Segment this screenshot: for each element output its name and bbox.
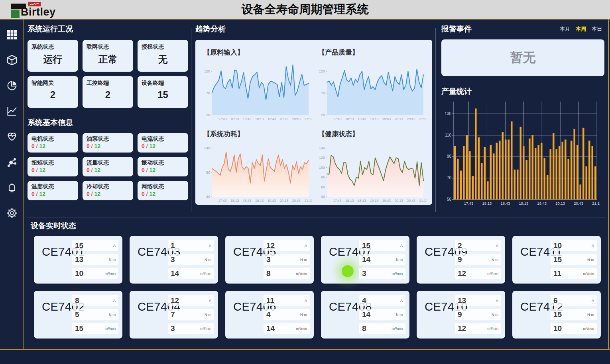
device-reading: 3N·m bbox=[264, 254, 310, 265]
device-reading: 6A bbox=[551, 295, 597, 306]
device-card[interactable]: CE7406 11A4N·m14m³/min bbox=[225, 291, 314, 339]
device-card[interactable]: CE7405 12A3N·m8m³/min bbox=[225, 236, 314, 284]
sidebar-nav bbox=[0, 19, 24, 349]
reading-unit: N·m bbox=[109, 313, 116, 317]
svg-text:18:13: 18:13 bbox=[482, 201, 492, 205]
reading-value: 14 bbox=[362, 255, 370, 264]
status-card: 授权状态 无 bbox=[138, 40, 188, 72]
device-reading: 4N·m bbox=[264, 309, 310, 320]
reading-unit: N·m bbox=[300, 258, 307, 262]
device-reading: 3N·m bbox=[168, 254, 214, 265]
info-card-count: 0 / 12 bbox=[31, 143, 74, 149]
device-card[interactable]: CE7407 15A14N·m3m³/min bbox=[321, 236, 409, 284]
device-card[interactable]: CE7409 2A9N·m12m³/min bbox=[417, 236, 505, 284]
cube-icon[interactable] bbox=[6, 54, 18, 66]
gear-icon[interactable] bbox=[6, 207, 18, 219]
reading-unit: m³/min bbox=[488, 327, 499, 331]
reading-value: 5 bbox=[75, 310, 79, 319]
status-card: 联网状态 正常 bbox=[83, 40, 133, 72]
pie-chart-icon[interactable] bbox=[6, 80, 18, 92]
alarm-tab[interactable]: 本日 bbox=[592, 25, 602, 33]
chart-quality: 【产品质量】 207012017:4318:1318:4319:1319:432… bbox=[316, 45, 428, 124]
device-card[interactable]: CE7404 12A7N·m3m³/min bbox=[130, 291, 218, 339]
svg-text:90: 90 bbox=[447, 154, 452, 159]
svg-text:20:13: 20:13 bbox=[395, 117, 403, 121]
svg-text:19:43: 19:43 bbox=[268, 199, 276, 203]
svg-text:19:13: 19:13 bbox=[255, 199, 264, 203]
reading-unit: A bbox=[496, 244, 498, 248]
reading-unit: m³/min bbox=[488, 272, 499, 276]
reading-unit: A bbox=[305, 299, 307, 303]
device-reading: 15A bbox=[72, 240, 118, 251]
device-readings: 13A9N·m12m³/min bbox=[455, 295, 501, 334]
info-card-label: 电流状态 bbox=[142, 135, 184, 143]
network-nodes-icon[interactable] bbox=[6, 156, 18, 168]
device-card[interactable]: CE7411 10A15N·m11m³/min bbox=[512, 236, 601, 284]
info-card: 油泵状态 0 / 12 bbox=[83, 133, 133, 153]
status-card-label: 系统状态 bbox=[31, 43, 74, 51]
svg-text:20: 20 bbox=[206, 113, 210, 117]
reading-value: 10 bbox=[75, 269, 83, 278]
device-readings: 4A14N·m8m³/min bbox=[359, 295, 405, 334]
svg-text:19:43: 19:43 bbox=[382, 199, 391, 203]
info-card-count: 0 / 12 bbox=[87, 191, 129, 197]
device-reading: 11m³/min bbox=[551, 268, 597, 279]
reading-value: 15 bbox=[553, 310, 562, 319]
reading-unit: A bbox=[305, 244, 307, 248]
svg-text:90: 90 bbox=[206, 170, 210, 174]
reading-unit: N·m bbox=[205, 313, 211, 317]
device-card[interactable]: CE7402 8A5N·m15m³/min bbox=[34, 291, 122, 339]
section-title-devices: 设备实时状态 bbox=[31, 221, 606, 231]
info-card-count: 0 / 12 bbox=[87, 167, 129, 173]
device-card[interactable]: CE7403 1A3N·m14m³/min bbox=[130, 236, 218, 284]
svg-text:140: 140 bbox=[319, 146, 325, 150]
info-card-count: 0 / 12 bbox=[142, 191, 184, 197]
svg-text:19:13: 19:13 bbox=[370, 117, 379, 121]
gold-divider-top bbox=[0, 19, 610, 20]
svg-text:17:43: 17:43 bbox=[218, 199, 227, 203]
status-card: 设备终端 15 bbox=[138, 76, 188, 108]
svg-text:40: 40 bbox=[321, 195, 325, 199]
apps-grid-icon[interactable] bbox=[6, 29, 18, 41]
reading-unit: A bbox=[209, 299, 211, 303]
svg-text:21:13: 21:13 bbox=[304, 199, 312, 203]
reading-value: 10 bbox=[553, 324, 562, 333]
health-monitor-icon[interactable] bbox=[6, 131, 18, 143]
reading-value: 2 bbox=[458, 241, 462, 250]
reading-value: 4 bbox=[362, 296, 366, 305]
status-card-label: 设备终端 bbox=[142, 80, 184, 87]
device-card[interactable]: CE7412 6A15N·m10m³/min bbox=[512, 291, 601, 339]
reading-value: 3 bbox=[362, 269, 366, 278]
svg-text:60: 60 bbox=[321, 185, 325, 189]
reading-value: 15 bbox=[75, 241, 83, 250]
reading-value: 3 bbox=[171, 255, 175, 264]
alarm-empty-text: 暂无 bbox=[510, 49, 536, 67]
svg-text:100: 100 bbox=[319, 166, 325, 170]
device-reading: 4A bbox=[359, 295, 405, 306]
alarm-tab[interactable]: 本周 bbox=[576, 25, 586, 33]
device-card[interactable]: CE7408 4A14N·m8m³/min bbox=[321, 291, 409, 339]
alarm-tab[interactable]: 本月 bbox=[560, 25, 570, 33]
device-reading: 10m³/min bbox=[551, 323, 597, 334]
device-reading: 14m³/min bbox=[264, 323, 310, 334]
chart-title: 【原料输入】 bbox=[203, 48, 313, 57]
device-reading: 3m³/min bbox=[168, 323, 214, 334]
device-readings: 12A3N·m8m³/min bbox=[264, 240, 310, 279]
device-grid: CE7401 15A13N·m10m³/min CE7403 1A3N·m14m… bbox=[34, 236, 606, 339]
reading-value: 15 bbox=[75, 324, 83, 333]
svg-text:18:13: 18:13 bbox=[230, 117, 239, 121]
device-readings: 10A15N·m11m³/min bbox=[551, 240, 597, 279]
device-card[interactable]: CE7401 15A13N·m10m³/min bbox=[34, 236, 122, 284]
svg-text:20:43: 20:43 bbox=[574, 201, 583, 205]
device-card[interactable]: CE7410 13A9N·m12m³/min bbox=[417, 291, 505, 339]
svg-text:17:43: 17:43 bbox=[464, 201, 474, 205]
status-card-label: 智能网关 bbox=[31, 80, 74, 87]
reading-value: 12 bbox=[266, 241, 275, 250]
bell-icon[interactable] bbox=[6, 182, 18, 194]
svg-text:17:43: 17:43 bbox=[333, 117, 342, 121]
device-reading: 5N·m bbox=[72, 309, 118, 320]
chart-health: 【健康状态】 40608010012014017:4318:1318:4319:… bbox=[316, 126, 428, 205]
info-card-label: 振动状态 bbox=[142, 159, 184, 166]
line-chart-icon[interactable] bbox=[6, 105, 18, 117]
reading-value: 14 bbox=[266, 324, 275, 333]
